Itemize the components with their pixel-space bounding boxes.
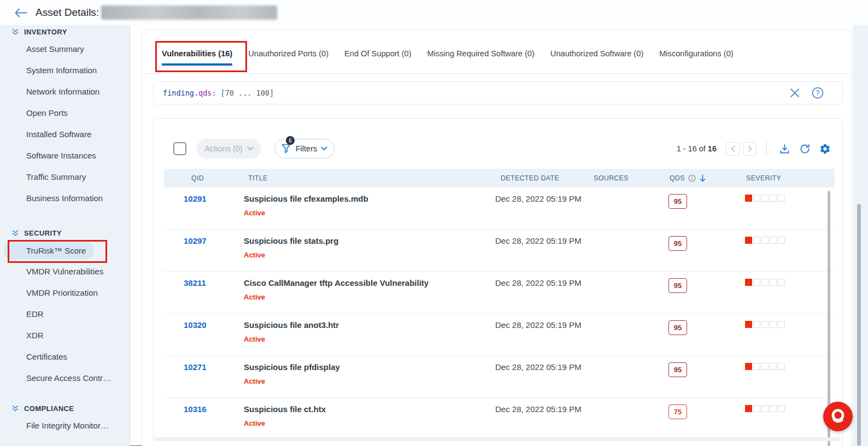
severity-square <box>753 195 760 202</box>
sidebar-item-asset-summary[interactable]: Asset Summary <box>0 38 130 60</box>
sidebar-item-traffic-summary[interactable]: Traffic Summary <box>0 166 130 187</box>
status-badge: Active <box>244 377 495 385</box>
gear-icon <box>819 143 831 155</box>
next-page-button[interactable] <box>743 142 756 156</box>
sidebar-item-vmdr-vulnerabilities[interactable]: VMDR Vulnerabilities <box>0 261 130 282</box>
severity-square <box>745 405 752 412</box>
page-scrollbar-track <box>853 25 868 446</box>
severity-meter <box>745 405 785 412</box>
chevron-right-icon <box>748 145 752 152</box>
sidebar-item-software-instances[interactable]: Software Instances <box>0 145 130 166</box>
settings-button[interactable] <box>819 143 831 155</box>
sidebar-item-installed-software[interactable]: Installed Software <box>0 124 130 145</box>
sidebar-item-vmdr-prioritization[interactable]: VMDR Prioritization <box>0 282 130 303</box>
sidebar-item-certificates[interactable]: Certificates <box>0 346 130 367</box>
column-header-title[interactable]: TITLE <box>244 174 495 182</box>
tab-missing-required-software[interactable]: Missing Required Software (0) <box>427 49 535 58</box>
qid-link[interactable]: 38211 <box>184 278 206 287</box>
sidebar-item-business-information[interactable]: Business Information <box>0 187 130 209</box>
query-help-button[interactable]: ? <box>812 87 824 99</box>
sidebar-item-file-integrity-monitoring[interactable]: File Integrity Monitor… <box>0 415 130 436</box>
sidebar-item-open-ports[interactable]: Open Ports <box>0 102 130 124</box>
download-button[interactable] <box>779 143 790 155</box>
severity-square <box>753 321 760 328</box>
qid-link[interactable]: 10320 <box>184 320 207 330</box>
actions-label: Actions (0) <box>204 144 242 153</box>
status-badge: Active <box>244 335 495 343</box>
double-chevron-down-icon <box>11 28 19 36</box>
table-horizontal-scrollbar-track[interactable] <box>155 437 841 441</box>
info-icon[interactable] <box>688 174 696 182</box>
sidebar-item-xdr[interactable]: XDR <box>0 325 130 346</box>
severity-square <box>770 321 777 328</box>
table-toolbar: Actions (0) 6 Filters 1 - 16 <box>154 138 842 159</box>
page-scrollbar-thumb[interactable] <box>857 204 861 446</box>
severity-square <box>778 195 785 202</box>
severity-square <box>770 363 777 370</box>
qid-link[interactable]: 10316 <box>184 404 207 414</box>
back-button[interactable] <box>14 8 28 17</box>
severity-square <box>745 363 752 370</box>
severity-square <box>753 405 760 412</box>
filters-button[interactable]: 6 Filters <box>274 139 335 159</box>
query-search-bar[interactable]: finding.qds:[70 ... 100] ? <box>153 81 843 104</box>
table-row[interactable]: 10297 Suspicious file stats.prg Active D… <box>164 230 835 272</box>
column-header-sources[interactable]: SOURCES <box>591 174 639 182</box>
sidebar: INVENTORY Asset Summary System Informati… <box>0 25 130 446</box>
refresh-button[interactable] <box>799 143 811 155</box>
severity-square <box>753 237 760 244</box>
redacted-asset-name <box>101 5 277 20</box>
tab-end-of-support[interactable]: End Of Support (0) <box>344 49 412 58</box>
sources-cell <box>591 314 639 355</box>
query-token-scope: finding <box>163 89 194 97</box>
severity-square <box>761 321 769 328</box>
qid-link[interactable]: 10297 <box>184 236 207 245</box>
previous-page-button[interactable] <box>726 142 740 156</box>
table-row[interactable]: 10320 Suspicious file anot3.htr Active D… <box>164 314 835 356</box>
qualys-assistant-button[interactable] <box>823 402 853 431</box>
qds-header-label: QDS <box>670 174 685 182</box>
severity-meter <box>745 279 785 286</box>
detected-date: Dec 28, 2022 05:19 PM <box>495 272 591 313</box>
column-header-detected-date[interactable]: DETECTED DATE <box>495 174 591 182</box>
qualys-q-icon <box>828 406 848 427</box>
sidebar-item-edr[interactable]: EDR <box>0 303 130 325</box>
severity-square <box>745 321 752 328</box>
qds-score-badge: 95 <box>668 362 687 377</box>
tab-misconfigurations[interactable]: Misconfigurations (0) <box>659 49 733 58</box>
tab-unauthorized-software[interactable]: Unauthorized Software (0) <box>550 49 643 58</box>
select-all-checkbox[interactable] <box>173 142 186 155</box>
severity-square <box>745 279 752 286</box>
sidebar-item-network-information[interactable]: Network Information <box>0 81 130 102</box>
column-header-severity[interactable]: SEVERITY <box>731 174 835 182</box>
table-row[interactable]: 10316 Suspicious file ct.htx Active Dec … <box>164 398 835 440</box>
severity-square <box>745 195 752 202</box>
sidebar-item-trurisk-score[interactable]: TruRisk™ Score <box>4 241 94 260</box>
vulnerability-title: Suspicious file ct.htx <box>244 404 495 414</box>
query-token-colon: : <box>212 89 216 97</box>
table-row[interactable]: 10291 Suspicious file cfexamples.mdb Act… <box>164 187 835 230</box>
sidebar-section-security[interactable]: SECURITY <box>0 226 130 239</box>
query-token-field: qds <box>198 89 212 97</box>
sidebar-item-secure-access-control[interactable]: Secure Access Contr… <box>0 367 130 389</box>
detected-date: Dec 28, 2022 05:19 PM <box>495 187 591 229</box>
sort-descending-icon[interactable] <box>699 174 706 183</box>
table-row[interactable]: 10271 Suspicious file pfdisplay Active D… <box>164 356 835 398</box>
column-header-qid[interactable]: QID <box>184 174 244 182</box>
vulnerability-title: Suspicious file cfexamples.mdb <box>244 194 495 203</box>
clear-query-button[interactable] <box>790 88 800 98</box>
chevron-left-icon <box>731 145 735 152</box>
sources-cell <box>591 230 639 271</box>
column-header-qds[interactable]: QDS <box>639 174 731 183</box>
table-row[interactable]: 38211 Cisco CallManager tftp Accessible … <box>164 272 835 314</box>
sidebar-item-system-information[interactable]: System Information <box>0 60 130 81</box>
status-badge: Active <box>244 293 495 301</box>
qid-link[interactable]: 10271 <box>184 362 207 372</box>
tab-vulnerabilities[interactable]: Vulnerabilities (16) <box>162 49 232 58</box>
sidebar-section-compliance[interactable]: COMPLIANCE <box>0 402 130 415</box>
actions-button[interactable]: Actions (0) <box>197 139 261 159</box>
query-text[interactable]: finding.qds:[70 ... 100] <box>163 89 790 97</box>
sidebar-section-inventory[interactable]: INVENTORY <box>0 25 130 38</box>
tab-unauthorized-ports[interactable]: Unauthorized Ports (0) <box>248 49 329 58</box>
qid-link[interactable]: 10291 <box>184 194 207 203</box>
